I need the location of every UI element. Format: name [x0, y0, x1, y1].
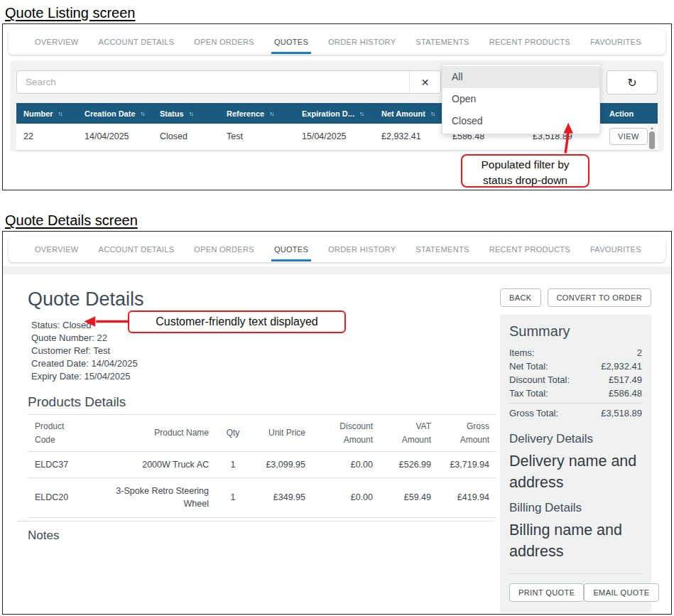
summary-sidebar: Summary Items:2 Net Total:£2,932.41 Disc…: [500, 315, 651, 612]
cell-number: 22: [16, 124, 77, 150]
tab-account-details[interactable]: ACCOUNT DETAILS: [99, 38, 175, 46]
tab-recent-products[interactable]: RECENT PRODUCTS: [489, 245, 570, 254]
products-details-heading: Products Details: [28, 394, 494, 410]
summary-tax-total-row: Tax Total:£586.48: [509, 387, 642, 400]
summary-divider: [509, 403, 642, 404]
print-quote-button[interactable]: PRINT QUOTE: [509, 583, 584, 602]
sort-icon[interactable]: ↑↓: [141, 110, 145, 117]
column-header-product-name: Product Name: [95, 415, 216, 452]
dropdown-option-all[interactable]: All: [442, 66, 599, 88]
column-header-expiration-date[interactable]: Expiration D...↑↓: [295, 103, 374, 124]
cell-status: Closed: [153, 124, 219, 150]
column-header-gross-amount: Gross Amount: [438, 415, 496, 452]
column-header-status[interactable]: Status↑↓: [153, 103, 219, 124]
tab-account-details[interactable]: ACCOUNT DETAILS: [99, 245, 175, 254]
dropdown-option-closed[interactable]: Closed: [442, 110, 599, 132]
cell-product-name: 3-Spoke Retro Steering Wheel: [95, 478, 216, 517]
annotation-filter-dropdown: Populated filter by status drop-down: [461, 154, 589, 188]
summary-heading: Summary: [509, 323, 642, 340]
product-row: ELDC20 3-Spoke Retro Steering Wheel 1 £3…: [28, 478, 496, 517]
tab-open-orders[interactable]: OPEN ORDERS: [194, 38, 254, 46]
column-header-reference[interactable]: Reference↑↓: [219, 103, 295, 124]
scrollbar-thumb[interactable]: [649, 131, 655, 149]
products-header-row: Product Code Product Name Qty Unit Price…: [28, 415, 496, 452]
column-header-unit-price: Unit Price: [250, 415, 312, 452]
notes-heading: Notes: [28, 529, 494, 543]
cell-product-name: 2000W Truck AC: [95, 452, 216, 478]
tab-favourites[interactable]: FAVOURITES: [590, 245, 641, 254]
cell-discount-amount: £0.00: [312, 452, 380, 478]
cell-vat-amount: £526.99: [380, 452, 438, 478]
tab-order-history[interactable]: ORDER HISTORY: [328, 245, 396, 254]
cell-unit-price: £3,099.95: [250, 452, 312, 478]
tab-quotes[interactable]: QUOTES: [274, 245, 308, 254]
annotation-customer-friendly-text: Customer-friendly text displayed: [128, 310, 346, 333]
products-table: Product Code Product Name Qty Unit Price…: [28, 414, 496, 518]
created-date-line: Created Date: 14/04/2025: [31, 357, 494, 370]
cell-net-amount: £2,932.41: [374, 124, 445, 150]
page-title: Quote Details: [28, 288, 494, 310]
cell-gross-amount: £3,719.94: [438, 452, 496, 478]
account-nav-bar: OVERVIEW ACCOUNT DETAILS OPEN ORDERS QUO…: [9, 237, 665, 262]
table-scrollbar[interactable]: ▲: [648, 125, 656, 149]
expiry-date-line: Expiry Date: 15/04/2025: [31, 370, 494, 383]
cell-unit-price: £349.95: [250, 478, 312, 517]
sort-icon[interactable]: ↑↓: [430, 110, 435, 117]
tab-statements[interactable]: STATEMENTS: [415, 38, 469, 46]
sort-icon[interactable]: ↑↓: [58, 110, 62, 117]
tab-order-history[interactable]: ORDER HISTORY: [328, 38, 396, 46]
billing-details-heading: Billing Details: [509, 501, 642, 515]
column-header-number[interactable]: Number↑↓: [16, 103, 77, 124]
tab-overview[interactable]: OVERVIEW: [35, 38, 79, 46]
summary-gross-total-row: Gross Total:£3,518.89: [509, 406, 642, 420]
column-header-creation-date[interactable]: Creation Date↑↓: [77, 103, 153, 124]
tab-favourites[interactable]: FAVOURITES: [590, 38, 641, 46]
scroll-up-icon[interactable]: ▲: [650, 125, 654, 131]
cell-creation-date: 14/04/2025: [77, 124, 153, 150]
details-screen-title: Quote Details screen: [5, 212, 138, 229]
cell-qty: 1: [216, 478, 250, 517]
tab-recent-products[interactable]: RECENT PRODUCTS: [489, 38, 570, 46]
quote-listing-panel: OVERVIEW ACCOUNT DETAILS OPEN ORDERS QUO…: [2, 23, 672, 190]
back-button[interactable]: BACK: [500, 288, 541, 307]
tab-quotes[interactable]: QUOTES: [274, 38, 308, 46]
nav-content-divider: [3, 266, 671, 274]
column-header-action: Action: [602, 103, 658, 124]
tab-open-orders[interactable]: OPEN ORDERS: [194, 245, 254, 254]
delivery-address-text: Delivery name and address: [509, 451, 642, 493]
tab-statements[interactable]: STATEMENTS: [415, 245, 469, 254]
section-divider: [17, 521, 494, 522]
column-header-vat-amount: VAT Amount: [380, 415, 438, 452]
cell-reference: Test: [219, 124, 295, 150]
column-header-discount-amount: Discount Amount: [312, 415, 380, 452]
refresh-button[interactable]: ↻: [607, 70, 658, 94]
column-header-qty: Qty: [216, 415, 250, 452]
cell-qty: 1: [216, 452, 250, 478]
email-quote-button[interactable]: EMAIL QUOTE: [584, 583, 658, 602]
account-nav-bar: OVERVIEW ACCOUNT DETAILS OPEN ORDERS QUO…: [9, 29, 665, 55]
quote-number-line: Quote Number: 22: [31, 332, 494, 345]
tab-overview[interactable]: OVERVIEW: [35, 245, 79, 254]
search-input[interactable]: [17, 77, 409, 87]
customer-ref-line: Customer Ref: Test: [31, 345, 494, 357]
clear-search-icon[interactable]: ✕: [409, 71, 440, 93]
cell-gross-amount: £419.94: [438, 478, 496, 517]
actions-divider: [509, 573, 642, 574]
convert-to-order-button[interactable]: CONVERT TO ORDER: [548, 288, 652, 307]
quote-details-panel: OVERVIEW ACCOUNT DETAILS OPEN ORDERS QUO…: [2, 231, 672, 615]
cell-discount-amount: £0.00: [312, 478, 380, 517]
delivery-details-heading: Delivery Details: [509, 432, 642, 446]
sort-icon[interactable]: ↑↓: [269, 110, 273, 117]
cell-vat-amount: £59.49: [380, 478, 438, 517]
listing-screen-title: Quote Listing screen: [5, 5, 135, 21]
billing-address-text: Billing name and address: [509, 520, 642, 562]
view-button[interactable]: VIEW: [609, 128, 648, 145]
dropdown-option-open[interactable]: Open: [442, 88, 599, 110]
sort-icon[interactable]: ↑↓: [189, 110, 193, 117]
column-header-product-code: Product Code: [28, 415, 95, 452]
summary-discount-total-row: Discount Total:£517.49: [509, 373, 642, 387]
column-header-net-amount[interactable]: Net Amount↑↓: [374, 103, 445, 124]
sort-icon[interactable]: ↑↓: [359, 110, 364, 117]
status-filter-dropdown: All Open Closed: [442, 64, 600, 134]
summary-net-total-row: Net Total:£2,932.41: [509, 360, 642, 373]
